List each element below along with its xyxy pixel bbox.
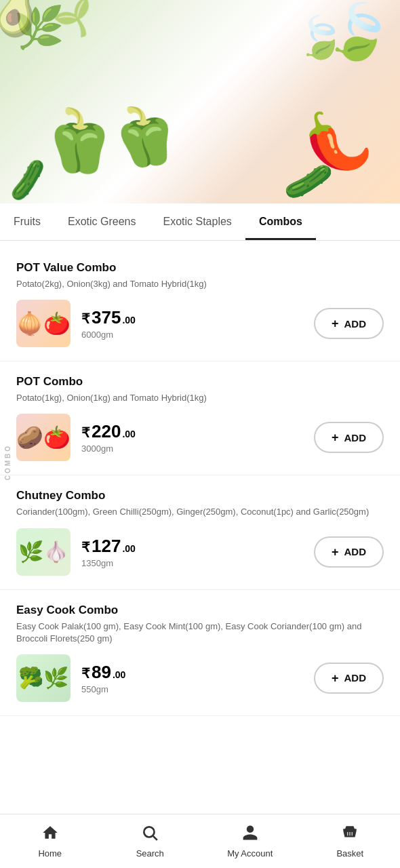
nav-search[interactable]: Search [100, 824, 201, 859]
combo-vertical-label: COMBO [4, 444, 12, 480]
product-chutney-combo: Chutney Combo Coriander(100gm), Green Ch… [0, 475, 400, 589]
add-plus-icon-0: + [332, 317, 339, 330]
nav-basket-label: Basket [336, 848, 363, 859]
add-label-1: ADD [344, 432, 367, 443]
tab-fruits[interactable]: Fruits [0, 203, 54, 240]
product-desc-3: Easy Cook Palak(100 gm), Easy Cook Mint(… [16, 620, 384, 645]
person-icon [241, 824, 259, 846]
nav-search-label: Search [136, 848, 164, 859]
price-main-3: 89 [92, 662, 111, 683]
nav-home[interactable]: Home [0, 824, 100, 859]
product-name-3: Easy Cook Combo [16, 604, 384, 617]
hero-image: 🌿 🌱 🍃 🍃 🫑 🫑 🌶️ 🥒 🥒 🥑 [0, 0, 400, 203]
home-icon [41, 824, 59, 846]
product-desc-0: Potato(2kg), Onion(3kg) and Tomato Hybri… [16, 278, 384, 290]
product-pot-combo: POT Combo Potato(1kg), Onion(1kg) and To… [0, 361, 400, 475]
add-plus-icon-3: + [332, 672, 339, 684]
price-main-2: 127 [92, 536, 121, 557]
add-button-3[interactable]: + ADD [314, 663, 384, 694]
product-name-1: POT Combo [16, 375, 384, 389]
add-plus-icon-1: + [332, 431, 339, 443]
search-icon [141, 824, 159, 846]
svg-line-1 [153, 836, 157, 840]
price-main-0: 375 [92, 307, 121, 328]
product-name-0: POT Value Combo [16, 261, 384, 275]
product-image-2: 🌿🧄 [16, 528, 71, 576]
tabs-container: Fruits Exotic Greens Exotic Staples Comb… [0, 203, 400, 241]
product-desc-1: Potato(1kg), Onion(1kg) and Tomato Hybri… [16, 392, 384, 404]
price-decimal-3: .00 [113, 669, 125, 680]
product-desc-2: Coriander(100gm), Green Chilli(250gm), G… [16, 506, 384, 518]
nav-my-account[interactable]: My Account [200, 824, 300, 859]
price-weight-3: 550gm [81, 684, 303, 694]
price-decimal-2: .00 [122, 543, 135, 554]
add-button-0[interactable]: + ADD [314, 308, 384, 339]
add-button-1[interactable]: + ADD [314, 422, 384, 453]
add-label-3: ADD [344, 672, 367, 684]
tab-exotic-staples[interactable]: Exotic Staples [149, 203, 245, 240]
add-label-2: ADD [344, 546, 367, 557]
product-image-1: 🥔🍅 [16, 414, 71, 461]
price-symbol-3: ₹ [81, 665, 90, 682]
add-plus-icon-2: + [332, 546, 339, 558]
price-section-0: ₹ 375 .00 6000gm [81, 307, 303, 340]
svg-point-0 [144, 827, 155, 837]
bottom-nav: Home Search My Account [0, 814, 400, 868]
price-section-1: ₹ 220 .00 3000gm [81, 421, 303, 454]
add-label-0: ADD [344, 318, 367, 330]
price-section-2: ₹ 127 .00 1350gm [81, 536, 303, 568]
product-easy-cook-combo: Easy Cook Combo Easy Cook Palak(100 gm),… [0, 590, 400, 716]
price-weight-1: 3000gm [81, 443, 303, 454]
tab-exotic-greens[interactable]: Exotic Greens [54, 203, 149, 240]
nav-account-label: My Account [227, 848, 273, 859]
product-image-0: 🧅🍅 [16, 300, 71, 347]
price-main-1: 220 [92, 421, 121, 442]
nav-basket[interactable]: Basket [300, 824, 401, 859]
price-symbol-2: ₹ [81, 539, 90, 555]
price-decimal-0: .00 [122, 315, 135, 326]
price-symbol-0: ₹ [81, 311, 90, 327]
products-list: POT Value Combo Potato(2kg), Onion(3kg) … [0, 241, 400, 723]
product-name-2: Chutney Combo [16, 489, 384, 502]
basket-icon [341, 824, 359, 846]
price-decimal-1: .00 [122, 429, 135, 439]
nav-home-label: Home [38, 848, 62, 859]
tab-combos[interactable]: Combos [245, 203, 316, 240]
product-pot-value-combo: POT Value Combo Potato(2kg), Onion(3kg) … [0, 248, 400, 361]
price-section-3: ₹ 89 .00 550gm [81, 662, 303, 694]
product-image-3: 🥦🌿 [16, 654, 71, 702]
main-content: COMBO POT Value Combo Potato(2kg), Onion… [0, 241, 400, 723]
page-wrapper: 🌿 🌱 🍃 🍃 🫑 🫑 🌶️ 🥒 🥒 🥑 [0, 0, 400, 784]
add-button-2[interactable]: + ADD [314, 536, 384, 568]
price-symbol-1: ₹ [81, 425, 90, 441]
price-weight-2: 1350gm [81, 558, 303, 568]
price-weight-0: 6000gm [81, 330, 303, 340]
